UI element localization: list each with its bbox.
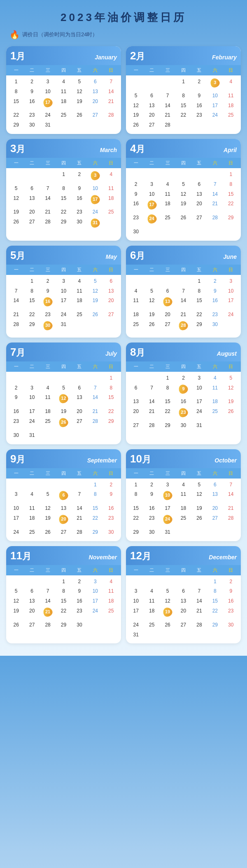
- month-header-10: 10月October: [126, 449, 241, 468]
- day-cell-1-8: 8: [8, 87, 24, 96]
- day-cell-1-19: 19: [72, 97, 87, 110]
- day-cell-1-2: 2: [24, 77, 40, 87]
- day-cell-9-20: 20: [56, 514, 71, 527]
- day-cell-6-23: 23: [207, 310, 223, 319]
- empty-cell: [24, 480, 40, 490]
- day-cell-6-6: 6: [160, 286, 175, 296]
- day-cell-8-14: 14: [144, 397, 159, 406]
- day-cell-2-15: 15: [175, 101, 191, 110]
- month-en-10: October: [214, 457, 237, 464]
- day-cell-8-19: 19: [223, 397, 239, 406]
- weekday-二: 二: [24, 66, 40, 74]
- day-cell-7-1: 1: [103, 373, 119, 383]
- weekday-二: 二: [144, 363, 159, 371]
- month-header-11: 11月November: [6, 546, 121, 565]
- day-cell-4-30: 30: [128, 227, 144, 237]
- day-cell-10-9: 9: [144, 490, 159, 503]
- day-cell-10-13: 13: [207, 490, 223, 503]
- day-cell-11-12: 12: [8, 596, 24, 606]
- weekday-日: 日: [103, 566, 119, 574]
- day-cell-11-26: 26: [8, 620, 24, 630]
- weekday-row-4: 一二三四五六日: [126, 158, 241, 168]
- day-cell-1-20: 20: [87, 97, 103, 110]
- day-cell-8-9: 9: [175, 383, 191, 397]
- oil-drop-icon: 17: [147, 200, 156, 209]
- day-cell-10-27: 27: [207, 514, 223, 527]
- weekday-日: 日: [223, 266, 239, 274]
- day-cell-1-18: 18: [56, 97, 71, 110]
- day-cell-5-15: 15: [24, 296, 40, 310]
- day-cell-7-5: 5: [56, 383, 71, 393]
- day-cell-6-1: 1: [191, 277, 207, 286]
- month-en-5: May: [106, 253, 117, 260]
- weekday-row-9: 一二三四五六日: [6, 468, 121, 479]
- empty-cell: [40, 577, 56, 586]
- day-cell-3-25: 25: [103, 207, 119, 217]
- day-cell-1-21: 21: [103, 97, 119, 110]
- empty-cell: [160, 577, 175, 586]
- day-cell-3-28: 28: [40, 217, 56, 231]
- day-cell-3-31: 31: [87, 217, 103, 231]
- day-cell-5-30: 30: [40, 320, 56, 333]
- day-cell-12-10: 10: [128, 596, 144, 606]
- day-cell-10-21: 21: [223, 504, 239, 513]
- day-cell-3-29: 29: [56, 217, 71, 231]
- day-cell-8-5: 5: [223, 373, 239, 383]
- oil-drop-icon: 31: [91, 218, 100, 228]
- weekday-三: 三: [160, 159, 175, 167]
- empty-cell: [144, 77, 159, 91]
- day-cell-4-25: 25: [160, 213, 175, 227]
- day-cell-4-10: 10: [144, 190, 159, 199]
- day-cell-2-5: 5: [128, 91, 144, 101]
- day-cell-5-18: 18: [72, 296, 87, 310]
- days-grid-7: 1234567891011121314151617181920212223242…: [6, 372, 121, 440]
- weekday-日: 日: [103, 363, 119, 371]
- month-cn-1: 1月: [10, 49, 25, 63]
- day-cell-2-13: 13: [144, 101, 159, 110]
- day-cell-6-29: 29: [191, 320, 207, 333]
- day-cell-4-19: 19: [175, 199, 191, 213]
- day-cell-3-5: 5: [8, 184, 24, 193]
- month-cn-3: 3月: [10, 142, 25, 155]
- day-cell-12-26: 26: [160, 620, 175, 630]
- day-cell-7-18: 18: [40, 407, 56, 416]
- day-cell-2-19: 19: [128, 110, 144, 120]
- day-cell-8-7: 7: [144, 383, 159, 397]
- empty-cell: [40, 480, 56, 490]
- day-cell-5-17: 17: [56, 296, 71, 310]
- day-cell-2-2: 2: [191, 77, 207, 91]
- day-cell-7-10: 10: [24, 393, 40, 406]
- weekday-三: 三: [40, 363, 56, 371]
- day-cell-3-2: 2: [72, 170, 87, 183]
- weekday-六: 六: [87, 363, 103, 371]
- day-cell-4-2: 2: [128, 180, 144, 189]
- day-cell-6-25: 25: [128, 320, 144, 333]
- page-title: 2023年油价调整日历: [6, 10, 241, 25]
- day-cell-1-29: 29: [8, 120, 24, 130]
- day-cell-10-2: 2: [144, 480, 159, 490]
- day-cell-8-17: 17: [191, 397, 207, 406]
- weekday-四: 四: [56, 66, 71, 74]
- empty-cell: [24, 577, 40, 586]
- legend: 🔥 调价日（调价时间为当日24时）: [6, 30, 241, 40]
- month-en-6: June: [223, 253, 237, 260]
- oil-drop-icon: 30: [43, 321, 52, 330]
- month-header-3: 3月March: [6, 139, 121, 158]
- day-cell-12-27: 27: [175, 620, 191, 630]
- day-cell-5-21: 21: [8, 310, 24, 319]
- day-cell-7-14: 14: [87, 393, 103, 406]
- day-cell-3-11: 11: [103, 184, 119, 193]
- day-cell-9-12: 12: [40, 504, 56, 513]
- day-cell-12-7: 7: [191, 586, 207, 596]
- day-cell-9-25: 25: [24, 528, 40, 537]
- day-cell-3-22: 22: [56, 207, 71, 217]
- day-cell-6-8: 8: [191, 286, 207, 296]
- day-cell-3-8: 8: [56, 184, 71, 193]
- day-cell-1-28: 28: [103, 110, 119, 120]
- month-en-1: January: [95, 54, 117, 61]
- day-cell-4-15: 15: [223, 190, 239, 199]
- weekday-五: 五: [72, 266, 87, 274]
- days-grid-8: 1234567891011121314151617181920212223242…: [126, 372, 241, 430]
- day-cell-3-27: 27: [24, 217, 40, 231]
- day-cell-9-30: 30: [103, 528, 119, 537]
